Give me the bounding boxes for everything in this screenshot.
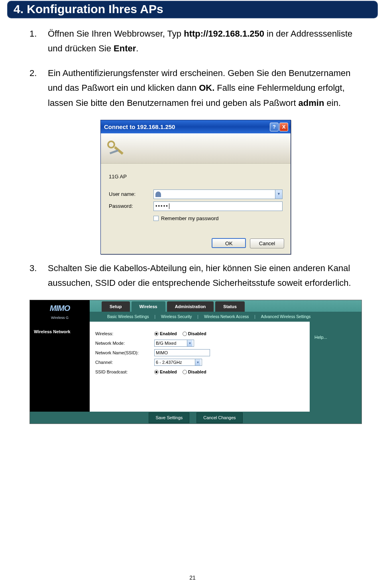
main-tabs: Setup Wireless Administration Status [90,300,361,312]
router-body: Wireless Network Wireless: Enabled Disab… [30,322,361,412]
dropdown-button[interactable]: ▼ [275,190,282,199]
step-list-continued: 3. Schalten Sie die Kabellos-Abteilung e… [29,261,362,291]
tab-label: Status [223,304,237,309]
channel-select[interactable]: 6 - 2.437GHz ▼ [154,359,202,366]
radio-dot-icon [154,332,159,336]
radio-label: Enabled [160,368,177,376]
dialog-titlebar: Connect to 192.168.1.250 ? X [101,120,291,134]
radio-enabled[interactable]: Enabled [154,368,177,376]
help-link[interactable]: Help... [314,335,327,340]
field-label: Channel: [95,359,154,366]
subnav-advanced[interactable]: Advanced Wireless Settings [255,313,316,320]
text-fragment: . [136,43,138,53]
help-panel: Help... [310,322,361,412]
section-title: 4. Konfiguration Ihres APs [14,2,163,16]
tab-status[interactable]: Status [215,301,245,312]
row-channel: Channel: 6 - 2.437GHz ▼ [95,357,304,367]
subnav-basic[interactable]: Basic Wireless Settings [102,313,154,320]
button-label: Cancel Changes [203,415,236,420]
router-main: Wireless: Enabled Disabled Network Mode:… [90,322,310,412]
tab-administration[interactable]: Administration [167,301,214,312]
subnav-access[interactable]: Wireless Network Access [198,313,254,320]
row-mode: Network Mode: B/G Mixed ▼ [95,338,304,348]
help-label: Help... [314,335,327,340]
field-label: Wireless: [95,330,154,338]
step-text: Ein Authentifizierungsfenster wird ersch… [48,66,362,110]
cancel-button[interactable]: Cancel [250,238,284,248]
radio-label: Disabled [188,330,206,338]
router-sidebar: Wireless Network [30,322,90,412]
dialog-footer: OK Cancel [101,227,291,254]
ok-button[interactable]: OK [212,238,246,248]
radio-label: Enabled [160,330,177,338]
text-fragment: Öffnen Sie Ihren Webbrowser, Typ [48,29,184,39]
remember-label: Remember my password [161,214,219,223]
button-label: Cancel [259,240,275,246]
dialog-title: Connect to 192.168.1.250 [103,122,175,132]
step-1: 1. Öffnen Sie Ihren Webbrowser, Typ http… [29,26,362,56]
sidebar-title: Wireless Network [34,329,71,334]
radio-dot-icon [183,332,187,336]
ok-text: OK. [199,83,214,93]
step-text: Öffnen Sie Ihren Webbrowser, Typ http://… [48,26,362,56]
tab-label: Administration [175,304,206,309]
cancel-changes-button[interactable]: Cancel Changes [196,412,242,423]
field-label: Network Name(SSID): [95,349,154,357]
mode-select[interactable]: B/G Mixed ▼ [154,340,194,347]
window-buttons: ? X [270,123,288,131]
dialog-body: 11G AP User name: ▼ Password: ••••• [101,164,291,227]
step-list: 1. Öffnen Sie Ihren Webbrowser, Typ http… [29,26,362,110]
auth-dialog: Connect to 192.168.1.250 ? X 11G AP User… [100,120,291,254]
dialog-banner [101,133,291,164]
subnav-label: Wireless Network Access [204,315,249,319]
help-icon: ? [273,123,276,131]
router-header-right: Setup Wireless Administration Status Bas… [90,300,361,322]
close-button[interactable]: X [279,123,288,131]
tab-label: Wireless [139,304,157,309]
step-number: 1. [29,26,48,56]
input-value: MIMO [156,349,168,357]
help-button[interactable]: ? [270,123,279,131]
admin-text: admin [299,98,324,108]
radio-enabled[interactable]: Enabled [154,330,177,338]
remember-row: Remember my password [153,214,283,223]
radio-disabled[interactable]: Disabled [183,368,206,376]
step-number: 3. [29,261,48,291]
router-admin: MIMO Wireless G Setup Wireless Administr… [29,300,362,424]
tab-wireless[interactable]: Wireless [132,301,165,312]
tab-setup[interactable]: Setup [102,301,130,312]
radio-disabled[interactable]: Disabled [183,330,206,338]
row-wireless: Wireless: Enabled Disabled [95,329,304,338]
select-value: 6 - 2.437GHz [156,359,195,366]
save-button[interactable]: Save Settings [149,412,189,423]
key-text: Enter [114,43,136,53]
username-input[interactable]: ▼ [153,189,283,199]
password-input[interactable]: ••••• [153,201,283,211]
user-icon [155,191,161,197]
auth-dialog-image: Connect to 192.168.1.250 ? X 11G AP User… [29,120,362,254]
button-label: Save Settings [155,415,183,420]
subnav-label: Advanced Wireless Settings [261,315,311,319]
logo-subtext: Wireless G [51,315,69,321]
step-number: 2. [29,66,48,110]
chevron-down-icon: ▼ [187,340,192,346]
step-3: 3. Schalten Sie die Kabellos-Abteilung e… [29,261,362,291]
text-cursor [169,203,169,209]
page-content: 1. Öffnen Sie Ihren Webbrowser, Typ http… [7,18,378,424]
tab-label: Setup [110,304,122,309]
remember-checkbox[interactable] [153,216,159,221]
router-logo: MIMO Wireless G [30,300,90,322]
realm-row: 11G AP [109,172,283,181]
url-text: http://192.168.1.250 [184,29,264,39]
field-label: SSID Broadcast: [95,368,154,376]
ssid-input[interactable]: MIMO [154,349,210,356]
chevron-down-icon: ▼ [195,359,200,365]
username-label: User name: [109,190,153,199]
router-header: MIMO Wireless G Setup Wireless Administr… [30,300,361,322]
row-broadcast: SSID Broadcast: Enabled Disabled [95,367,304,377]
step-2: 2. Ein Authentifizierungsfenster wird er… [29,66,362,110]
subnav-security[interactable]: Wireless Security [155,313,197,320]
logo-text: MIMO [50,301,70,315]
button-label: OK [225,240,233,246]
sub-nav: Basic Wireless Settings | Wireless Secur… [90,312,361,322]
